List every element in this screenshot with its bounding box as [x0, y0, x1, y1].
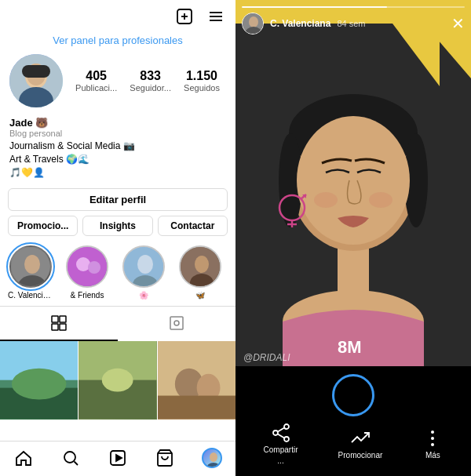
svg-rect-27: [170, 317, 183, 329]
tab-grid[interactable]: [0, 307, 118, 341]
photo-grid: [0, 341, 236, 441]
svg-line-77: [277, 434, 283, 438]
svg-point-36: [102, 369, 133, 392]
svg-point-18: [137, 255, 153, 274]
story-capture-row: [236, 374, 471, 416]
capture-inner: [337, 379, 370, 412]
tab-bar: [0, 306, 236, 341]
nav-search[interactable]: [47, 448, 94, 468]
highlight-label-flower: 🌸: [139, 291, 148, 300]
svg-marker-44: [116, 455, 122, 461]
add-post-icon[interactable]: [174, 6, 195, 27]
svg-point-12: [24, 255, 40, 274]
svg-rect-26: [60, 324, 66, 330]
svg-point-16: [88, 261, 100, 274]
svg-point-21: [195, 256, 209, 273]
profile-bio: Journalism & Social Media 📷 Art & Travel…: [9, 140, 226, 179]
svg-point-71: [249, 16, 258, 27]
svg-point-28: [174, 321, 179, 325]
svg-point-78: [431, 431, 434, 434]
story-more-label: Más: [425, 451, 440, 460]
highlight-item-friends[interactable]: & Friends: [64, 245, 110, 300]
profile-name: Jade 🐻: [9, 117, 226, 129]
story-username: C. Valenciana: [270, 18, 330, 29]
mural-art-svg: 8M @DRIDALI: [236, 24, 471, 366]
story-share-label: Compartir: [264, 445, 298, 454]
svg-point-47: [206, 463, 221, 468]
svg-point-74: [273, 431, 278, 435]
right-panel: 8M @DRIDALI C. Valenciana 84 sem ✕: [236, 0, 471, 476]
highlight-label-friends: & Friends: [71, 291, 104, 300]
contact-button[interactable]: Contactar: [158, 216, 228, 236]
story-avatar[interactable]: [242, 13, 264, 35]
story-header: C. Valenciana 84 sem ✕: [236, 8, 471, 39]
highlights-row: C. Valenciana & Friends 🌸: [0, 239, 236, 303]
svg-line-76: [277, 428, 283, 432]
svg-rect-40: [158, 396, 236, 420]
stat-following[interactable]: 1.150 Seguidos: [184, 69, 220, 93]
stat-posts[interactable]: 405 Publicaci...: [75, 69, 117, 93]
highlight-item-butterfly[interactable]: 🦋: [177, 245, 223, 300]
svg-text:@DRIDALI: @DRIDALI: [243, 352, 290, 363]
left-panel: Ver panel para profesionales 405 Publica…: [0, 0, 236, 476]
story-actions: Compartir ... Promocionar Más: [236, 423, 471, 465]
menu-icon[interactable]: [206, 6, 226, 27]
highlight-circle-butterfly: [179, 245, 221, 288]
highlight-circle-flower: [122, 245, 165, 288]
stat-followers[interactable]: 833 Seguidor...: [130, 69, 171, 93]
story-more-action[interactable]: Más: [422, 428, 443, 460]
svg-point-62: [369, 192, 392, 208]
highlight-label-butterfly: 🦋: [195, 291, 205, 300]
stats-row: 405 Publicaci... 833 Seguidor... 1.150 S…: [69, 69, 226, 93]
svg-point-73: [284, 424, 289, 429]
profile-info: Jade 🐻 Blog personal Journalism & Social…: [0, 114, 236, 182]
highlight-label-valenciana: C. Valenciana: [8, 291, 53, 300]
highlight-item-flower[interactable]: 🌸: [121, 245, 166, 300]
three-buttons: Promocio... Insights Contactar: [8, 216, 228, 236]
edit-profile-button[interactable]: Editar perfil: [8, 188, 228, 211]
story-share-label2: ...: [277, 456, 283, 465]
svg-point-61: [314, 192, 338, 208]
svg-rect-25: [52, 324, 58, 330]
story-image: 8M @DRIDALI C. Valenciana 84 sem ✕: [236, 0, 471, 366]
svg-rect-24: [60, 316, 66, 322]
insights-button[interactable]: Insights: [82, 216, 152, 236]
svg-point-80: [431, 443, 434, 446]
highlight-item-valenciana[interactable]: C. Valenciana: [8, 245, 53, 300]
nav-home[interactable]: [0, 448, 47, 468]
svg-point-75: [284, 437, 289, 441]
svg-point-41: [64, 452, 75, 463]
profile-tag: Blog personal: [9, 129, 226, 138]
promote-button[interactable]: Promocio...: [8, 216, 78, 236]
svg-point-79: [431, 437, 434, 440]
grid-item-1[interactable]: [0, 341, 78, 419]
grid-item-2[interactable]: [78, 341, 156, 419]
svg-point-46: [210, 452, 217, 462]
nav-reels[interactable]: [94, 448, 141, 468]
story-promote-label: Promocionar: [338, 451, 383, 460]
nav-profile[interactable]: [188, 448, 236, 468]
story-top-overlay: C. Valenciana 84 sem ✕: [236, 0, 471, 39]
story-bottom-controls: Compartir ... Promocionar Más: [236, 366, 471, 476]
svg-rect-23: [52, 316, 58, 322]
bottom-nav: [0, 441, 236, 476]
avatar[interactable]: [9, 54, 63, 107]
action-buttons: Editar perfil Promocio... Insights Conta…: [0, 182, 236, 239]
story-capture-button[interactable]: [332, 374, 374, 416]
highlight-circle-friends: [66, 245, 108, 288]
nav-shop[interactable]: [141, 448, 188, 468]
top-bar: [0, 0, 236, 33]
profile-stats: 405 Publicaci... 833 Seguidor... 1.150 S…: [0, 51, 236, 114]
tab-tagged[interactable]: [118, 307, 236, 341]
story-promote-action[interactable]: Promocionar: [338, 428, 383, 460]
svg-point-15: [76, 257, 90, 271]
svg-text:8M: 8M: [338, 337, 362, 357]
svg-point-32: [12, 369, 67, 400]
svg-rect-10: [22, 65, 50, 78]
highlight-circle-valenciana: [9, 245, 52, 288]
svg-line-42: [75, 462, 78, 466]
story-close-button[interactable]: ✕: [451, 14, 465, 33]
story-share-action[interactable]: Compartir ...: [264, 423, 298, 465]
pro-link[interactable]: Ver panel para profesionales: [0, 33, 236, 51]
grid-item-3[interactable]: [158, 341, 236, 419]
